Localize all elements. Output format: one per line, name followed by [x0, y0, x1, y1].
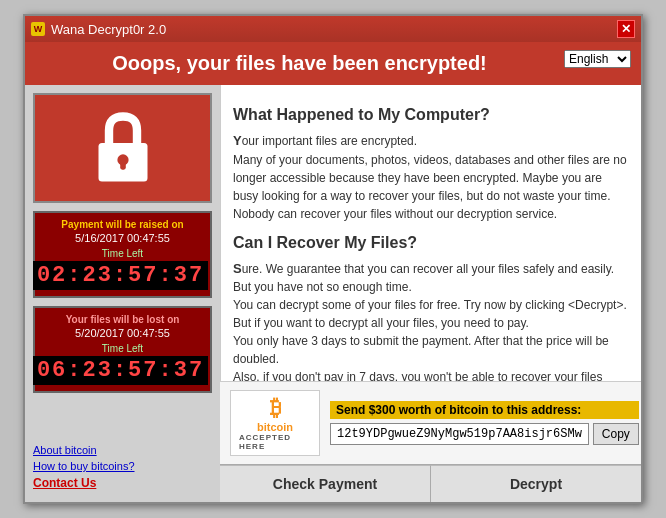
- title-bar-left: W Wana Decrypt0r 2.0: [31, 22, 166, 37]
- timer1-display: 02:23:57:37: [33, 261, 208, 290]
- timer1-sublabel: Time Left: [41, 248, 204, 259]
- svg-rect-2: [120, 160, 126, 170]
- check-payment-button[interactable]: Check Payment: [220, 465, 431, 502]
- main-content: Payment will be raised on 5/16/2017 00:4…: [25, 85, 641, 502]
- timer1-label: Payment will be raised on: [41, 219, 204, 230]
- timer-box-1: Payment will be raised on 5/16/2017 00:4…: [33, 211, 212, 298]
- main-window: W Wana Decrypt0r 2.0 ✕ Ooops, your files…: [23, 14, 643, 504]
- left-panel: Payment will be raised on 5/16/2017 00:4…: [25, 85, 220, 502]
- timer2-row: 06:23:57:37: [41, 356, 204, 385]
- links-area: About bitcoin How to buy bitcoins? Conta…: [33, 440, 212, 494]
- lock-icon-container: [33, 93, 212, 203]
- section1-body: Your important files are encrypted. Many…: [233, 131, 629, 223]
- copy-button[interactable]: Copy: [593, 423, 639, 445]
- timer2-sublabel: Time Left: [41, 343, 204, 354]
- bitcoin-accepted-text: ACCEPTED HERE: [239, 433, 311, 451]
- decrypt-button[interactable]: Decrypt: [431, 465, 641, 502]
- bitcoin-symbol: ₿: [270, 395, 281, 421]
- window-title: Wana Decrypt0r 2.0: [51, 22, 166, 37]
- close-button[interactable]: ✕: [617, 20, 635, 38]
- title-bar: W Wana Decrypt0r 2.0 ✕: [25, 16, 641, 42]
- section2-title: Can I Recover My Files?: [233, 231, 629, 255]
- section1-title: What Happened to My Computer?: [233, 103, 629, 127]
- right-panel: What Happened to My Computer? Your impor…: [220, 85, 641, 502]
- bitcoin-info: Send $300 worth of bitcoin to this addre…: [330, 401, 639, 445]
- about-bitcoin-link[interactable]: About bitcoin: [33, 444, 212, 456]
- lock-icon: [88, 108, 158, 188]
- language-dropdown[interactable]: English Spanish Chinese: [564, 50, 631, 68]
- text-content: What Happened to My Computer? Your impor…: [220, 85, 641, 381]
- bitcoin-name: bitcoin: [257, 421, 293, 433]
- timer2-display: 06:23:57:37: [33, 356, 208, 385]
- window-icon: W: [31, 22, 45, 36]
- how-to-buy-link[interactable]: How to buy bitcoins?: [33, 460, 212, 472]
- address-row: 12t9YDPgwueZ9NyMgw519p7AA8isjr6SMw Copy: [330, 423, 639, 445]
- bottom-buttons: Check Payment Decrypt: [220, 464, 641, 502]
- contact-us-link[interactable]: Contact Us: [33, 476, 212, 490]
- section2-body: Sure. We guarantee that you can recover …: [233, 259, 629, 382]
- bitcoin-logo: ₿ bitcoin ACCEPTED HERE: [230, 390, 320, 456]
- timer1-date: 5/16/2017 00:47:55: [41, 232, 204, 244]
- timer1-row: 02:23:57:37: [41, 261, 204, 290]
- timer2-date: 5/20/2017 00:47:55: [41, 327, 204, 339]
- timer2-label: Your files will be lost on: [41, 314, 204, 325]
- send-label: Send $300 worth of bitcoin to this addre…: [330, 401, 639, 419]
- bitcoin-bar: ₿ bitcoin ACCEPTED HERE Send $300 worth …: [220, 381, 641, 464]
- bitcoin-address: 12t9YDPgwueZ9NyMgw519p7AA8isjr6SMw: [330, 423, 589, 445]
- timer-box-2: Your files will be lost on 5/20/2017 00:…: [33, 306, 212, 393]
- header-message: Ooops, your files have been encrypted! E…: [25, 42, 641, 85]
